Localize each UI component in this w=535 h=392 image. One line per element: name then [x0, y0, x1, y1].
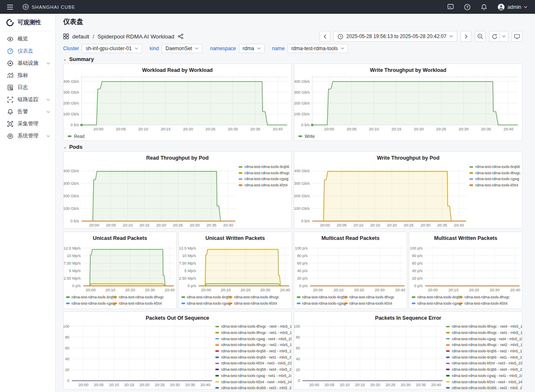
- tv-mode-button[interactable]: [512, 31, 522, 42]
- chart[interactable]: 0 b/s100 Gb/s200 Gb/s300 Gb/s400 Gb/s20:…: [64, 161, 239, 228]
- legend-item[interactable]: rdma-test-rdma-tools-6rq56: [181, 295, 229, 299]
- svg-text:300 Gb/s: 300 Gb/s: [294, 90, 310, 94]
- chart[interactable]: 02040608010020:0020:0520:1020:1520:2020:…: [294, 321, 446, 389]
- legend-item[interactable]: rdma-test-rdma-tools-6rq56: [297, 295, 344, 299]
- legend-item[interactable]: rdma-test-rdma-tools-8hvgc: [113, 295, 176, 299]
- breadcrumb-dashboard-name[interactable]: Spiderpool RDMA AI Workload: [97, 33, 174, 40]
- svg-text:20:00: 20:00: [320, 223, 330, 227]
- legend-item[interactable]: rdma-test-rdma-tools-kfzt4: [113, 301, 176, 305]
- legend-item[interactable]: rdma-test-rdma-tools-8hvgc - net2 - mlx5…: [215, 342, 291, 348]
- legend-item[interactable]: rdma-test-rdma-tools-6rq56 - net3 - mlx5…: [215, 385, 291, 389]
- svg-text:20:00: 20:00: [201, 288, 211, 292]
- sidebar-item-system[interactable]: 系统管理: [0, 130, 55, 142]
- legend-item[interactable]: Read: [68, 134, 84, 139]
- sidebar-item-logs[interactable]: 日志: [0, 81, 55, 94]
- legend-item[interactable]: rdma-test-rdma-tools-6rq56 - net2 - mlx5…: [215, 348, 291, 354]
- legend-item[interactable]: rdma-test-rdma-tools-6rq56: [66, 295, 113, 299]
- legend-item[interactable]: rdma-test-rdma-tools-6rq56 - net4 - mlx5…: [215, 367, 291, 373]
- legend-item[interactable]: rdma-test-rdma-tools-8hvgc: [469, 170, 522, 176]
- bell-icon[interactable]: [481, 4, 487, 10]
- sidebar-item-tracing[interactable]: 链路追踪: [0, 94, 55, 106]
- sidebar-item-metrics[interactable]: 指标: [0, 69, 55, 81]
- legend-item[interactable]: rdma-test-rdma-tools-6rq56 - net1 - mlx5…: [446, 354, 522, 360]
- time-range-picker[interactable]: 2025-05-28 19:56:13 to 2025-05-28 20:42:…: [334, 31, 457, 42]
- chart[interactable]: 0 p/s2.50 Mp/s5 Mp/s7.50 Mp/s10 Mp/s12.5…: [64, 241, 176, 293]
- legend-item[interactable]: rdma-test-rdma-tools-cgxqj - net1 - mlx5…: [215, 373, 291, 379]
- message-icon[interactable]: [447, 4, 454, 10]
- sidebar-item-infrastructure[interactable]: 基础设施: [0, 57, 55, 69]
- chart[interactable]: 02040608010020:0020:0520:1020:1520:2020:…: [64, 321, 215, 389]
- svg-text:0 b/s: 0 b/s: [301, 123, 310, 127]
- svg-text:40: 40: [65, 357, 69, 361]
- legend-item[interactable]: rdma-test-rdma-tools-kfzt4: [344, 301, 407, 305]
- sidebar-header: 可观测性: [0, 14, 55, 31]
- chart[interactable]: 0 p/s20 p/s40 p/s60 p/s80 p/s100 p/s20:0…: [294, 241, 407, 293]
- filter-value-dropdown[interactable]: rdma: [239, 44, 265, 53]
- section-header[interactable]: ⌄Summary: [63, 56, 535, 62]
- help-icon[interactable]: ?: [464, 4, 471, 10]
- legend-item[interactable]: rdma-test-rdma-tools-8hvgc: [344, 295, 407, 299]
- legend-item[interactable]: rdma-test-rdma-tools-6rq56 - net4 - mlx5…: [446, 367, 522, 373]
- sidebar-item-eye[interactable]: 概览: [0, 33, 55, 45]
- legend-item[interactable]: rdma-test-rdma-tools-6rq56 - net2 - mlx5…: [446, 348, 522, 354]
- legend-item[interactable]: rdma-test-rdma-tools-kfzt4 - net3 - mlx5…: [446, 360, 522, 367]
- legend-item[interactable]: rdma-test-rdma-tools-6rq56: [239, 164, 291, 170]
- legend-item[interactable]: rdma-test-rdma-tools-cgxqj - net1 - mlx5…: [446, 373, 522, 379]
- sidebar-item-dashboard[interactable]: 仪表盘: [0, 45, 55, 57]
- filter-value-dropdown[interactable]: DaemonSet: [162, 44, 202, 53]
- legend-item[interactable]: rdma-test-rdma-tools-8hvgc - net1 - mlx5…: [446, 330, 522, 336]
- svg-text:20:10: 20:10: [221, 288, 231, 292]
- menu-toggle-icon[interactable]: [7, 4, 13, 10]
- legend-item[interactable]: rdma-test-rdma-tools-8hvgc: [459, 295, 522, 299]
- svg-text:20:10: 20:10: [369, 127, 379, 131]
- zoom-out-button[interactable]: [475, 31, 486, 42]
- legend-item[interactable]: rdma-test-rdma-tools-kfzt4 - net3 - mlx5…: [215, 360, 291, 367]
- legend-item[interactable]: rdma-test-rdma-tools-kfzt4: [239, 182, 291, 188]
- legend-item[interactable]: rdma-test-rdma-tools-kfzt4: [229, 301, 292, 305]
- filter-value-dropdown[interactable]: sh-inf-gpu-cluster-01: [82, 44, 142, 53]
- sidebar-item-collection[interactable]: 采集管理: [0, 118, 55, 130]
- refresh-button[interactable]: [489, 31, 500, 42]
- chart[interactable]: 0 b/s100 Gb/s200 Gb/s300 Gb/s400 Gb/s20:…: [64, 73, 291, 132]
- time-shift-forward-button[interactable]: [461, 31, 471, 42]
- legend-item[interactable]: rdma-test-rdma-tools-cgxqj - net4 - mlx5…: [215, 336, 291, 342]
- legend-item[interactable]: rdma-test-rdma-tools-kfzt4: [469, 182, 522, 188]
- legend-item[interactable]: rdma-test-rdma-tools-6rq56: [469, 164, 522, 170]
- refresh-interval-dropdown[interactable]: [500, 31, 508, 42]
- legend-item[interactable]: rdma-test-rdma-tools-6rq56: [412, 295, 459, 299]
- time-shift-back-button[interactable]: [319, 31, 330, 42]
- legend-item[interactable]: rdma-test-rdma-tools-cgxqj: [239, 176, 291, 182]
- chart[interactable]: 0 p/s20 p/s40 p/s60 p/s80 p/s100 p/s20:0…: [409, 241, 522, 293]
- user-menu[interactable]: admin: [497, 3, 527, 11]
- legend-item[interactable]: rdma-test-rdma-tools-8hvgc - net2 - mlx5…: [446, 342, 522, 348]
- legend-item[interactable]: rdma-test-rdma-tools-8hvgc - net4 - mlx5…: [446, 323, 522, 330]
- legend-item[interactable]: rdma-test-rdma-tools-kfzt4 - net4 - mlx5…: [446, 379, 522, 385]
- share-icon[interactable]: [178, 33, 183, 39]
- legend-item[interactable]: rdma-test-rdma-tools-cgxqj: [66, 301, 113, 305]
- legend-item[interactable]: rdma-test-rdma-tools-6rq56 - net3 - mlx5…: [446, 385, 522, 389]
- svg-text:20:00: 20:00: [313, 288, 323, 292]
- legend-item[interactable]: rdma-test-rdma-tools-8hvgc - net1 - mlx5…: [215, 330, 291, 336]
- legend-item[interactable]: Write: [298, 134, 315, 139]
- filter-value-dropdown[interactable]: rdma-test-rdma-tools: [288, 44, 348, 53]
- legend-item[interactable]: rdma-test-rdma-tools-kfzt4: [459, 301, 522, 305]
- svg-text:80 p/s: 80 p/s: [412, 254, 423, 258]
- legend-item[interactable]: rdma-test-rdma-tools-kfzt4 - net4 - mlx5…: [215, 379, 291, 385]
- chart[interactable]: 0 b/s100 Gb/s200 Gb/s300 Gb/s400 Gb/s20:…: [294, 161, 469, 228]
- chart[interactable]: 0 p/s2.50 Mp/s5 Mp/s7.50 Mp/s10 Mp/s12.5…: [179, 241, 292, 293]
- collection-icon: [7, 121, 13, 127]
- legend-item[interactable]: rdma-test-rdma-tools-cgxqj: [297, 301, 344, 305]
- legend-item[interactable]: rdma-test-rdma-tools-8hvgc - net4 - mlx5…: [215, 323, 291, 330]
- legend-item[interactable]: rdma-test-rdma-tools-cgxqj - net4 - mlx5…: [446, 336, 522, 342]
- legend-item[interactable]: rdma-test-rdma-tools-cgxqj: [469, 176, 522, 182]
- chart[interactable]: 0 b/s100 Gb/s200 Gb/s300 Gb/s400 Gb/s20:…: [294, 73, 522, 132]
- section-header[interactable]: ⌄Pods: [63, 144, 535, 150]
- breadcrumb-scope[interactable]: default: [72, 33, 89, 40]
- sidebar-item-alert[interactable]: 告警: [0, 106, 55, 118]
- svg-text:20 p/s: 20 p/s: [412, 276, 423, 280]
- legend-item[interactable]: rdma-test-rdma-tools-8hvgc: [229, 295, 292, 299]
- legend-item[interactable]: rdma-test-rdma-tools-8hvgc: [239, 170, 291, 176]
- legend-item[interactable]: rdma-test-rdma-tools-cgxqj: [181, 301, 229, 305]
- legend-item[interactable]: rdma-test-rdma-tools-6rq56 - net1 - mlx5…: [215, 354, 291, 360]
- legend-item[interactable]: rdma-test-rdma-tools-cgxqj: [412, 301, 459, 305]
